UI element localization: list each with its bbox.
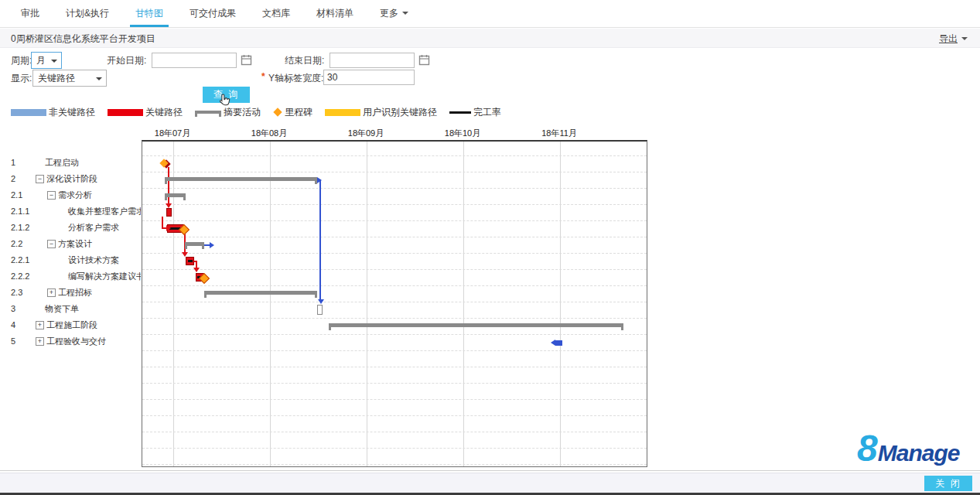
dependency-arrow <box>318 299 324 304</box>
task-row-2.2[interactable]: 2.2−方案设计 <box>0 236 141 252</box>
row-gridline <box>142 334 647 335</box>
top-nav: 审批计划&执行甘特图可交付成果文档库材料清单更多 <box>0 0 980 28</box>
task-row-2.3[interactable]: 2.3+工程招标 <box>0 285 141 301</box>
required-marker: * <box>261 71 265 82</box>
chevron-down-icon <box>961 37 968 40</box>
display-select[interactable]: 关键路径 <box>32 70 107 87</box>
task-row-2.1.2[interactable]: 2.1.2分析客户需求 <box>0 220 141 236</box>
end-date-input[interactable] <box>330 53 415 68</box>
y-width-input[interactable] <box>323 70 415 85</box>
task-name: −方案设计 <box>47 236 92 252</box>
row-gridline <box>142 188 647 189</box>
gantt-short-bar[interactable] <box>317 305 323 315</box>
period-select[interactable]: 月 <box>31 52 62 69</box>
title-bar: 0周桥灌区信息化系统平台开发项目 导出 <box>0 29 980 48</box>
task-row-4[interactable]: 4+工程施工阶段 <box>0 317 141 333</box>
close-button[interactable]: 关 闭 <box>924 476 972 491</box>
gantt-collapsed-marker[interactable] <box>551 340 562 346</box>
task-name: +工程验收与交付 <box>36 333 106 350</box>
row-gridline <box>142 464 647 465</box>
dependency-arrow <box>166 225 171 231</box>
nav-tab-0[interactable]: 审批 <box>8 0 53 27</box>
task-row-2.1[interactable]: 2.1−需求分析 <box>0 187 141 203</box>
dependency-line <box>168 167 169 206</box>
expand-toggle-icon[interactable]: + <box>47 288 56 297</box>
month-gridline <box>463 142 464 466</box>
task-row-5[interactable]: 5+工程验收与交付 <box>0 333 141 350</box>
task-name: 设计技术方案 <box>59 252 119 268</box>
legend-swatch-bar <box>325 109 360 116</box>
task-row-2.2.1[interactable]: 2.2.1设计技术方案 <box>0 252 141 268</box>
month-gridline <box>270 142 271 466</box>
display-label: 显示: <box>11 70 32 87</box>
period-label: 周期: <box>11 52 32 69</box>
gantt-critical-bar[interactable] <box>166 208 172 217</box>
collapse-toggle-icon[interactable]: − <box>47 240 56 248</box>
logo-8: 8 <box>857 430 878 467</box>
gantt-summary-bar[interactable] <box>204 291 317 295</box>
legend-item: 关键路径 <box>108 106 183 119</box>
gantt-critical-bar[interactable] <box>186 257 194 265</box>
row-gridline <box>142 399 647 400</box>
nav-tab-6[interactable]: 更多 <box>367 0 422 27</box>
legend-swatch-bar <box>108 109 143 116</box>
export-link[interactable]: 导出 <box>939 32 968 46</box>
calendar-icon[interactable] <box>241 54 252 66</box>
nav-tab-5[interactable]: 材料清单 <box>303 0 367 27</box>
row-gridline <box>142 448 647 449</box>
task-name: 收集并整理客户需求 <box>59 203 141 220</box>
gantt-summary-bar[interactable] <box>329 323 623 327</box>
row-gridline <box>142 253 647 254</box>
row-gridline <box>142 383 647 384</box>
legend-label: 非关键路径 <box>49 106 95 119</box>
collapse-toggle-icon[interactable]: − <box>36 175 44 183</box>
nav-tab-3[interactable]: 可交付成果 <box>176 0 249 27</box>
end-date-label: 结束日期: <box>285 52 324 69</box>
task-row-2.1.1[interactable]: 2.1.1收集并整理客户需求 <box>0 203 141 220</box>
legend-label: 摘要活动 <box>224 106 261 119</box>
legend-item: 完工率 <box>449 106 501 119</box>
task-name: +工程招标 <box>47 285 92 301</box>
dependency-line <box>319 179 321 302</box>
task-row-3[interactable]: 3物资下单 <box>0 301 141 317</box>
dependency-arrow <box>210 242 214 248</box>
expand-toggle-icon[interactable]: + <box>36 337 44 346</box>
task-number: 2.2.2 <box>11 268 29 285</box>
row-gridline <box>142 155 647 156</box>
task-number: 2.1.2 <box>11 220 29 236</box>
nav-tab-4[interactable]: 文档库 <box>249 0 303 27</box>
row-gridline <box>142 432 647 432</box>
chevron-down-icon <box>402 12 408 15</box>
marker-bar <box>555 340 562 346</box>
nav-tab-1[interactable]: 计划&执行 <box>53 0 122 27</box>
legend-label: 里程碑 <box>285 106 312 119</box>
legend-item: 非关键路径 <box>11 106 95 119</box>
task-number: 4 <box>11 317 15 333</box>
calendar-icon[interactable] <box>418 54 430 66</box>
start-date-input[interactable] <box>152 53 237 68</box>
task-row-2[interactable]: 2−深化设计阶段 <box>0 171 141 187</box>
expand-toggle-icon[interactable]: + <box>36 321 44 329</box>
legend-swatch-diamond <box>273 108 282 116</box>
task-number: 2 <box>11 171 15 187</box>
legend: 非关键路径关键路径摘要活动里程碑用户识别关键路径完工率 <box>11 107 514 118</box>
legend-item: 摘要活动 <box>195 106 261 119</box>
task-name: 物资下单 <box>36 301 79 317</box>
nav-tabs: 审批计划&执行甘特图可交付成果文档库材料清单更多 <box>8 0 422 27</box>
task-name: −深化设计阶段 <box>36 171 97 187</box>
task-row-1[interactable]: 1工程启动 <box>0 155 141 171</box>
month-gridline <box>367 142 367 466</box>
dependency-line <box>204 244 210 246</box>
row-gridline <box>142 285 647 286</box>
month-label: 18年09月 <box>348 128 384 139</box>
gantt-summary-bar[interactable] <box>185 242 204 246</box>
dependency-arrow <box>193 268 200 272</box>
nav-tab-2[interactable]: 甘特图 <box>122 0 176 27</box>
legend-swatch-summary <box>195 111 221 114</box>
collapse-toggle-icon[interactable]: − <box>47 191 56 200</box>
month-gridline <box>173 142 174 466</box>
task-row-2.2.2[interactable]: 2.2.2编写解决方案建议书 <box>0 268 141 285</box>
y-width-label: Y轴标签宽度: <box>268 70 323 87</box>
gantt-summary-bar[interactable] <box>165 193 186 197</box>
gantt-summary-bar[interactable] <box>165 177 317 181</box>
